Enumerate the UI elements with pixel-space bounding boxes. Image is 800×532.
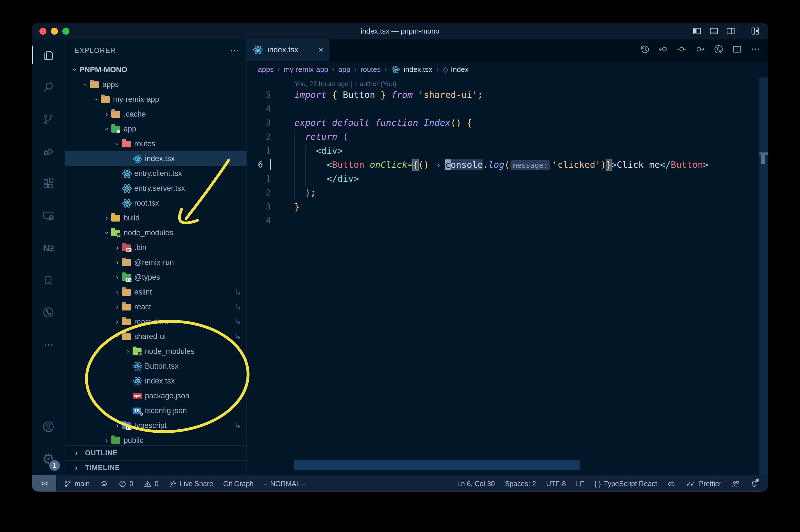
tree-item-react[interactable]: ›react↳ <box>65 300 246 315</box>
status-label: main <box>75 480 90 488</box>
timeline-section[interactable]: › TIMELINE <box>65 460 246 475</box>
tree-item-public[interactable]: ›public <box>65 433 246 445</box>
status-vim-mode[interactable]: -- NORMAL -- <box>264 480 306 488</box>
tree-item-icon <box>122 319 134 325</box>
status-notifications[interactable] <box>750 480 758 488</box>
next-change-icon[interactable] <box>695 44 705 55</box>
status-encoding[interactable]: UTF-8 <box>546 480 566 488</box>
tree-item-app[interactable]: ›⚙app <box>65 122 246 136</box>
minimize-button[interactable] <box>51 28 58 35</box>
code-line[interactable]: 4 <box>247 214 768 228</box>
history-icon[interactable] <box>640 44 650 55</box>
activity-item-search[interactable] <box>32 71 64 103</box>
status-feedback[interactable] <box>731 480 740 488</box>
current-change-icon[interactable] <box>677 44 687 55</box>
layout-sidebar-right-icon[interactable] <box>726 26 736 36</box>
close-tab-icon[interactable]: × <box>318 45 323 55</box>
horizontal-scrollbar[interactable] <box>294 460 579 470</box>
activity-item-gitlens[interactable] <box>32 296 64 328</box>
layout-sidebar-left-icon[interactable] <box>692 26 702 36</box>
tree-item-apps[interactable]: ›apps <box>65 77 246 92</box>
status-language-mode[interactable]: { }TypeScript React <box>594 479 657 488</box>
activity-item-settings[interactable]: ⚙1 <box>32 443 64 475</box>
breadcrumb-item-apps[interactable]: apps <box>258 65 273 74</box>
status-prettier[interactable]: ✓✓Prettier <box>686 479 721 488</box>
customize-layout-icon[interactable] <box>750 26 760 36</box>
breadcrumb-label: my-remix-app <box>284 65 328 74</box>
status-git-graph[interactable]: Git Graph <box>223 480 253 488</box>
status-remote[interactable]: >< <box>32 475 56 492</box>
more-icon[interactable] <box>750 44 761 55</box>
tree-item-button-tsx[interactable]: ›Button.tsx <box>65 359 246 374</box>
activity-item-source-control[interactable] <box>32 103 64 135</box>
outline-section[interactable]: › OUTLINE <box>65 445 246 460</box>
tree-item-tsconfig-json[interactable]: ›TS⚙tsconfig.json <box>65 403 246 418</box>
breadcrumb-item-index-tsx[interactable]: index.tsx <box>391 64 433 74</box>
tree-item-routes[interactable]: ›routes <box>65 136 246 151</box>
tree-item--remix-run[interactable]: ›@remix-run <box>65 255 246 270</box>
breadcrumb-item-app[interactable]: app <box>338 65 350 74</box>
tree-item-shared-ui[interactable]: ›shared-ui↳ <box>65 329 246 344</box>
activity-item-nx-console[interactable]: N≥ <box>32 232 64 264</box>
line-number: 6 <box>247 158 280 172</box>
code-editor[interactable]: You, 23 hours ago | 1 author (You) 5impo… <box>247 78 768 475</box>
tree-item-entry-server-tsx[interactable]: ›entry.server.tsx <box>65 181 246 196</box>
code-line[interactable]: 3} <box>247 200 768 214</box>
tree-item-eslint[interactable]: ›eslint↳ <box>65 285 246 300</box>
sidebar-actions-button[interactable]: ⋯ <box>230 45 239 55</box>
status-sync[interactable] <box>100 480 108 488</box>
code-line[interactable]: 5import { Button } from 'shared-ui'; <box>247 88 768 102</box>
status-branch[interactable]: main <box>63 480 90 488</box>
code-line[interactable]: 3export default function Index() { <box>247 116 768 130</box>
tree-item--cache[interactable]: ›.cache <box>65 107 246 122</box>
code-line[interactable]: 2return ( <box>247 130 768 144</box>
code-line[interactable]: 2); <box>247 186 768 200</box>
split-editor-icon[interactable] <box>732 44 742 55</box>
status-copilot[interactable] <box>667 480 675 488</box>
layout-panel-icon[interactable] <box>709 26 719 36</box>
prev-change-icon[interactable] <box>658 44 668 55</box>
tree-item--bin[interactable]: ›01.bin <box>65 240 246 255</box>
breadcrumb-item-routes[interactable]: routes <box>361 65 381 74</box>
tree-item-pnpm-mono[interactable]: ›PNPM-MONO <box>65 62 246 77</box>
tree-item-entry-client-tsx[interactable]: ›entry.client.tsx <box>65 166 246 181</box>
tree-item-root-tsx[interactable]: ›root.tsx <box>65 196 246 211</box>
tree-item-build[interactable]: ›build <box>65 211 246 225</box>
status-eol[interactable]: LF <box>576 480 584 488</box>
tree-item-my-remix-app[interactable]: ›my-remix-app <box>65 92 246 107</box>
tree-item--types[interactable]: ›TS@types <box>65 270 246 285</box>
tree-item-index-tsx[interactable]: ›index.tsx <box>65 374 246 388</box>
tree-item-package-json[interactable]: ›npmpackage.json <box>65 388 246 403</box>
gitlens-blame-lens[interactable]: You, 23 hours ago | 1 author (You) <box>294 80 768 88</box>
breadcrumb-item-index[interactable]: ◇Index <box>442 65 469 74</box>
status-live-share[interactable]: Live Share <box>169 480 213 488</box>
vertical-scrollbar[interactable] <box>759 77 768 475</box>
code-line-current[interactable]: 6<Button onClick={() ⇒ console.log(messa… <box>247 158 768 172</box>
close-button[interactable] <box>39 28 46 35</box>
tree-item-index-tsx[interactable]: ›index.tsx <box>65 151 246 166</box>
status-errors[interactable]: 0 <box>118 480 133 488</box>
code-line[interactable]: 4 <box>247 102 768 116</box>
activity-item-run-debug[interactable] <box>32 135 64 168</box>
tree-item-node-modules[interactable]: ›jsnode_modules <box>65 344 246 359</box>
activity-item-explorer[interactable] <box>32 39 64 71</box>
status-warnings[interactable]: 0 <box>144 480 158 488</box>
check-double-icon: ✓✓ <box>686 479 696 488</box>
activity-item-more[interactable]: ⋯ <box>32 328 64 361</box>
status-indentation[interactable]: Spaces: 2 <box>505 480 536 488</box>
code-line[interactable]: 1</div> <box>247 172 768 186</box>
tab-index-tsx[interactable]: index.tsx × <box>247 39 329 61</box>
gitlens-graph-icon[interactable] <box>713 44 724 55</box>
activity-item-remote-explorer[interactable] <box>32 200 64 232</box>
tree-item-typescript[interactable]: ›TStypescript↳ <box>65 418 246 433</box>
activity-item-extensions[interactable] <box>32 168 64 200</box>
tree-item-node-modules[interactable]: ›jsnode_modules <box>65 225 246 240</box>
breadcrumb-separator: › <box>332 65 334 73</box>
breadcrumb-item-my-remix-app[interactable]: my-remix-app <box>284 65 328 74</box>
tree-item-react-dom[interactable]: ›react-dom↳ <box>65 315 246 329</box>
activity-item-accounts[interactable] <box>32 411 64 443</box>
activity-item-bookmarks[interactable] <box>32 264 64 296</box>
zoom-button[interactable] <box>62 28 69 35</box>
status-cursor-position[interactable]: Ln 6, Col 30 <box>457 480 495 488</box>
code-line[interactable]: 1<div> <box>247 144 768 158</box>
